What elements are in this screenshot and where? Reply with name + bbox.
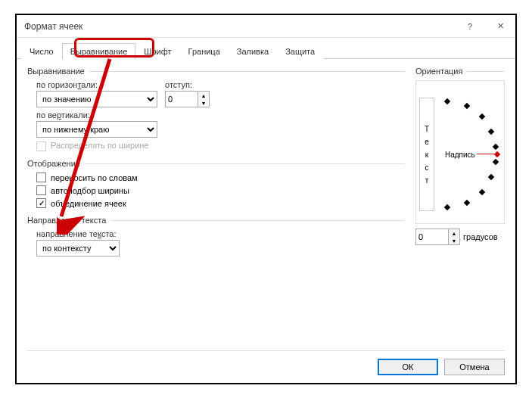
- tab-number[interactable]: Число: [21, 43, 62, 59]
- tab-strip: Число Выравнивание Шрифт Граница Заливка…: [17, 38, 515, 59]
- footer: ОК Отмена: [378, 359, 505, 375]
- footer-separator: [27, 350, 505, 351]
- orient-vertical-button[interactable]: Текст: [419, 98, 434, 211]
- degrees-up[interactable]: ▲: [449, 229, 459, 237]
- orient-caption: Надпись: [445, 151, 475, 159]
- ok-button[interactable]: ОК: [378, 359, 438, 375]
- shrink-label: автоподбор ширины: [51, 186, 129, 195]
- orientation-box: Текст Надпись: [415, 80, 505, 224]
- dialog-frame: Формат ячеек ? ✕ Число Выравнивание Шриф…: [15, 14, 517, 384]
- tab-protection[interactable]: Защита: [277, 43, 323, 59]
- textdir-label: направление текста:: [36, 229, 405, 238]
- tab-border[interactable]: Граница: [180, 43, 229, 59]
- merge-checkbox[interactable]: [36, 198, 46, 208]
- distribute-checkbox: [36, 141, 46, 151]
- textdir-group-title: Направление текста: [27, 216, 405, 225]
- textdir-group: Направление текста направление текста: п…: [27, 216, 405, 257]
- display-group: Отображение переносить по словам автопод…: [27, 159, 405, 208]
- vertical-label: по вертикали:: [36, 110, 405, 120]
- shrink-checkbox[interactable]: [36, 185, 46, 195]
- orient-group-title: Ориентация: [415, 67, 505, 76]
- wrap-label: переносить по словам: [51, 173, 138, 182]
- horizontal-label: по горизонтали:: [36, 80, 157, 89]
- tab-alignment[interactable]: Выравнивание: [62, 43, 136, 59]
- indent-label: отступ:: [165, 80, 210, 89]
- degrees-down[interactable]: ▼: [449, 237, 459, 244]
- tab-fill[interactable]: Заливка: [229, 43, 277, 59]
- orient-arc[interactable]: Надпись: [439, 98, 502, 211]
- indent-down[interactable]: ▼: [198, 99, 209, 107]
- display-group-title: Отображение: [27, 159, 405, 168]
- indent-spinner[interactable]: ▲▼: [165, 91, 210, 107]
- horizontal-combo[interactable]: по значению: [36, 91, 157, 107]
- window-title: Формат ячеек: [24, 21, 455, 32]
- content-area: Выравнивание по горизонтали: по значению…: [17, 59, 515, 272]
- help-button[interactable]: ?: [455, 15, 485, 38]
- indent-input[interactable]: [166, 92, 198, 107]
- alignment-group-title: Выравнивание: [27, 67, 405, 76]
- cancel-button[interactable]: Отмена: [444, 359, 505, 375]
- tab-font[interactable]: Шрифт: [135, 43, 179, 59]
- degrees-spinner[interactable]: ▲▼: [415, 229, 460, 245]
- degrees-label: градусов: [463, 232, 498, 241]
- indent-up[interactable]: ▲: [198, 92, 209, 99]
- distribute-label: Распределять по ширине: [51, 141, 148, 150]
- titlebar: Формат ячеек ? ✕: [17, 15, 515, 38]
- merge-label: объединение ячеек: [51, 199, 126, 208]
- degrees-input[interactable]: [416, 229, 448, 244]
- alignment-group: Выравнивание по горизонтали: по значению…: [27, 67, 405, 151]
- close-button[interactable]: ✕: [485, 15, 515, 38]
- vertical-combo[interactable]: по нижнему краю: [36, 121, 157, 138]
- wrap-checkbox[interactable]: [36, 173, 46, 182]
- textdir-combo[interactable]: по контексту: [36, 240, 120, 257]
- left-column: Выравнивание по горизонтали: по значению…: [27, 67, 405, 264]
- right-column: Ориентация Текст Надпись: [415, 67, 505, 264]
